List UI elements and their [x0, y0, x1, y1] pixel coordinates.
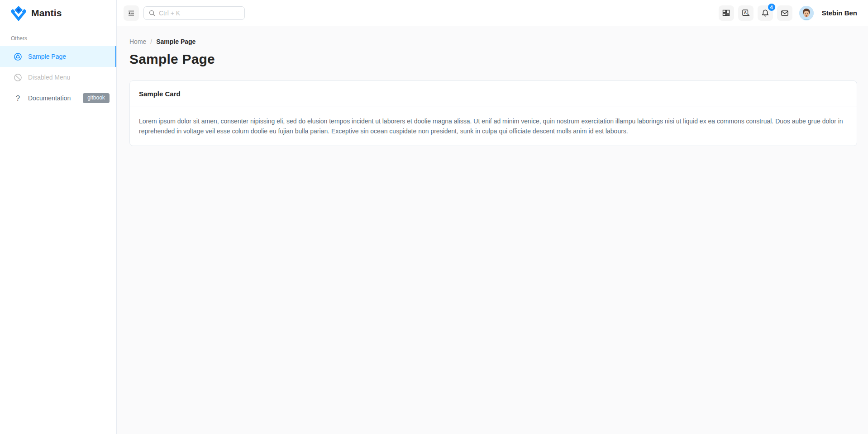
sidebar-item-label: Documentation	[28, 94, 71, 102]
chrome-icon	[14, 52, 22, 61]
logo[interactable]: Mantis	[0, 0, 116, 26]
nav-group-label: Others	[0, 26, 116, 46]
main-content: Home / Sample Page Sample Page Sample Ca…	[117, 26, 868, 434]
breadcrumb-separator: /	[150, 38, 152, 45]
avatar[interactable]	[799, 6, 814, 20]
app-name: Mantis	[31, 8, 62, 19]
mail-icon	[781, 9, 789, 17]
sidebar-item-label: Sample Page	[28, 53, 66, 60]
search-box	[143, 6, 245, 20]
svg-text:A: A	[744, 10, 746, 15]
translation-button[interactable]: A	[738, 5, 754, 21]
breadcrumb-home-link[interactable]: Home	[129, 38, 146, 45]
menu-fold-icon	[127, 9, 135, 17]
megamenu-icon	[722, 9, 730, 17]
notification-button[interactable]: 4	[758, 5, 773, 21]
sidebar: Mantis Others Sample Page Disabled Menu …	[0, 0, 117, 434]
translation-icon: A	[742, 9, 750, 17]
card-title: Sample Card	[130, 81, 857, 107]
stop-icon	[14, 73, 22, 82]
sidebar-item-sample-page[interactable]: Sample Page	[0, 46, 116, 67]
header: A 4	[117, 0, 868, 26]
breadcrumb-current: Sample Page	[156, 38, 196, 45]
header-actions: A 4	[719, 5, 857, 21]
question-icon: ?	[14, 94, 22, 103]
menu-fold-button[interactable]	[124, 5, 139, 21]
mail-button[interactable]	[777, 5, 792, 21]
gitbook-badge: gitbook	[83, 93, 110, 104]
sample-card: Sample Card Lorem ipsum dolor sit amen, …	[129, 80, 857, 146]
megamenu-button[interactable]	[719, 5, 734, 21]
notification-bell-icon	[761, 9, 769, 17]
sidebar-item-disabled-menu: Disabled Menu	[0, 67, 116, 88]
content-column: A 4	[117, 0, 868, 434]
sidebar-item-label: Disabled Menu	[28, 74, 70, 81]
search-input[interactable]	[159, 9, 239, 17]
sidebar-item-documentation[interactable]: ? Documentation gitbook	[0, 88, 116, 108]
notification-count-badge: 4	[768, 3, 776, 11]
page-title: Sample Page	[129, 52, 857, 67]
breadcrumb: Home / Sample Page	[129, 38, 857, 45]
card-body-text: Lorem ipsum dolor sit amen, consenter ni…	[130, 107, 857, 146]
mantis-logo-icon	[11, 5, 26, 21]
search-icon	[149, 10, 155, 16]
user-name[interactable]: Stebin Ben	[822, 9, 857, 17]
